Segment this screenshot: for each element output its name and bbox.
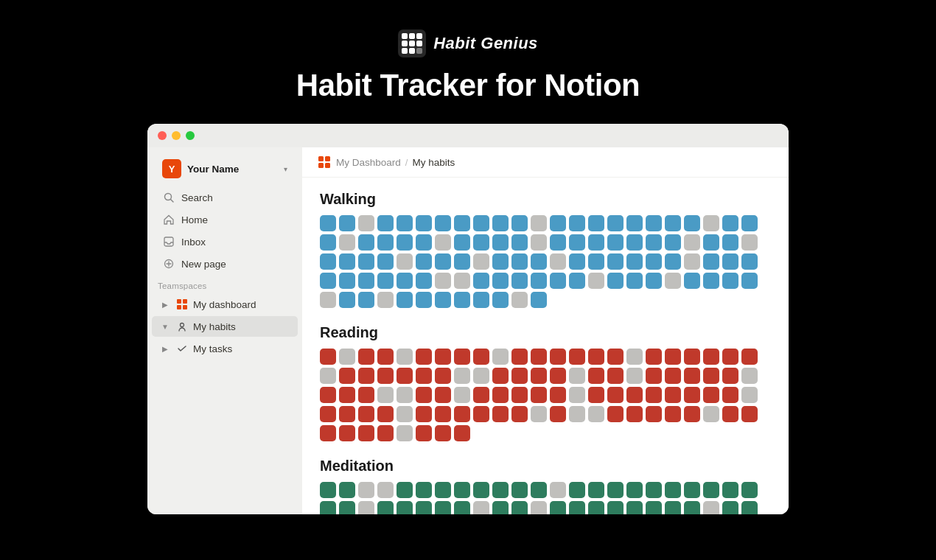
habit-cell[interactable] (607, 349, 624, 365)
habit-cell[interactable] (435, 425, 451, 441)
habit-cell[interactable] (416, 501, 432, 514)
habit-cell[interactable] (339, 368, 355, 384)
habit-cell[interactable] (473, 253, 489, 270)
habit-cell[interactable] (550, 406, 566, 422)
habit-cell[interactable] (511, 368, 528, 384)
habit-cell[interactable] (531, 368, 547, 384)
habit-cell[interactable] (511, 387, 528, 403)
habit-cell[interactable] (377, 349, 394, 365)
habit-cell[interactable] (684, 234, 700, 251)
habit-cell[interactable] (646, 482, 662, 498)
habit-cell[interactable] (722, 349, 738, 365)
habit-cell[interactable] (684, 368, 700, 384)
habit-cell[interactable] (473, 368, 489, 384)
habit-cell[interactable] (377, 292, 394, 308)
habit-cell[interactable] (569, 215, 585, 231)
habit-cell[interactable] (320, 482, 336, 498)
habit-cell[interactable] (339, 234, 355, 251)
habit-cell[interactable] (435, 349, 451, 365)
habit-cell[interactable] (665, 387, 681, 403)
habit-cell[interactable] (358, 234, 374, 251)
habit-cell[interactable] (454, 387, 470, 403)
habit-cell[interactable] (665, 273, 681, 289)
habit-cell[interactable] (550, 234, 566, 251)
habit-cell[interactable] (358, 253, 374, 270)
habit-cell[interactable] (435, 253, 451, 270)
habit-cell[interactable] (665, 406, 681, 422)
habit-cell[interactable] (588, 234, 604, 251)
habit-cell[interactable] (722, 273, 738, 289)
habit-cell[interactable] (473, 387, 489, 403)
habit-cell[interactable] (416, 234, 432, 251)
habit-cell[interactable] (435, 387, 451, 403)
habit-cell[interactable] (339, 253, 355, 270)
habit-cell[interactable] (665, 234, 681, 251)
habit-cell[interactable] (684, 482, 700, 498)
habit-cell[interactable] (646, 234, 662, 251)
habit-cell[interactable] (320, 387, 336, 403)
habit-cell[interactable] (646, 273, 662, 289)
sidebar-item-search[interactable]: Search (152, 187, 298, 208)
habit-cell[interactable] (320, 349, 336, 365)
habit-cell[interactable] (454, 425, 470, 441)
habit-cell[interactable] (646, 368, 662, 384)
habit-cell[interactable] (492, 482, 509, 498)
habit-cell[interactable] (550, 349, 566, 365)
habit-cell[interactable] (492, 368, 509, 384)
habit-cell[interactable] (454, 501, 470, 514)
habit-cell[interactable] (684, 253, 700, 270)
habit-cell[interactable] (607, 482, 624, 498)
habit-cell[interactable] (358, 406, 374, 422)
habit-cell[interactable] (397, 501, 413, 514)
habit-cell[interactable] (358, 349, 374, 365)
habit-cell[interactable] (646, 253, 662, 270)
habit-cell[interactable] (684, 349, 700, 365)
habit-cell[interactable] (569, 406, 585, 422)
habit-cell[interactable] (607, 501, 624, 514)
habit-cell[interactable] (684, 273, 700, 289)
habit-cell[interactable] (358, 273, 374, 289)
habit-cell[interactable] (665, 349, 681, 365)
habit-cell[interactable] (741, 387, 758, 403)
minimize-button[interactable] (172, 131, 181, 140)
habit-cell[interactable] (492, 406, 509, 422)
habit-cell[interactable] (665, 253, 681, 270)
habit-cell[interactable] (569, 501, 585, 514)
habit-cell[interactable] (377, 234, 394, 251)
habit-cell[interactable] (320, 273, 336, 289)
habit-cell[interactable] (607, 273, 624, 289)
habit-cell[interactable] (531, 253, 547, 270)
habit-cell[interactable] (531, 406, 547, 422)
habit-cell[interactable] (339, 425, 355, 441)
habit-cell[interactable] (492, 215, 509, 231)
habit-cell[interactable] (320, 368, 336, 384)
habit-cell[interactable] (358, 387, 374, 403)
habit-cell[interactable] (377, 501, 394, 514)
habit-cell[interactable] (550, 368, 566, 384)
habit-cell[interactable] (339, 482, 355, 498)
habit-cell[interactable] (588, 349, 604, 365)
habit-cell[interactable] (397, 234, 413, 251)
habit-cell[interactable] (665, 501, 681, 514)
habit-cell[interactable] (358, 482, 374, 498)
habit-cell[interactable] (492, 501, 509, 514)
habit-cell[interactable] (473, 482, 489, 498)
habit-cell[interactable] (339, 406, 355, 422)
habit-cell[interactable] (397, 482, 413, 498)
habit-cell[interactable] (473, 292, 489, 308)
habit-cell[interactable] (722, 406, 738, 422)
habit-cell[interactable] (473, 215, 489, 231)
habit-cell[interactable] (626, 482, 643, 498)
habit-cell[interactable] (646, 215, 662, 231)
habit-cell[interactable] (550, 253, 566, 270)
habit-cell[interactable] (358, 501, 374, 514)
habit-cell[interactable] (416, 387, 432, 403)
habit-cell[interactable] (320, 406, 336, 422)
habit-cell[interactable] (511, 273, 528, 289)
habit-cell[interactable] (435, 406, 451, 422)
habit-cell[interactable] (377, 253, 394, 270)
habit-cell[interactable] (454, 273, 470, 289)
habit-cell[interactable] (358, 368, 374, 384)
habit-cell[interactable] (377, 425, 394, 441)
habit-cell[interactable] (473, 234, 489, 251)
